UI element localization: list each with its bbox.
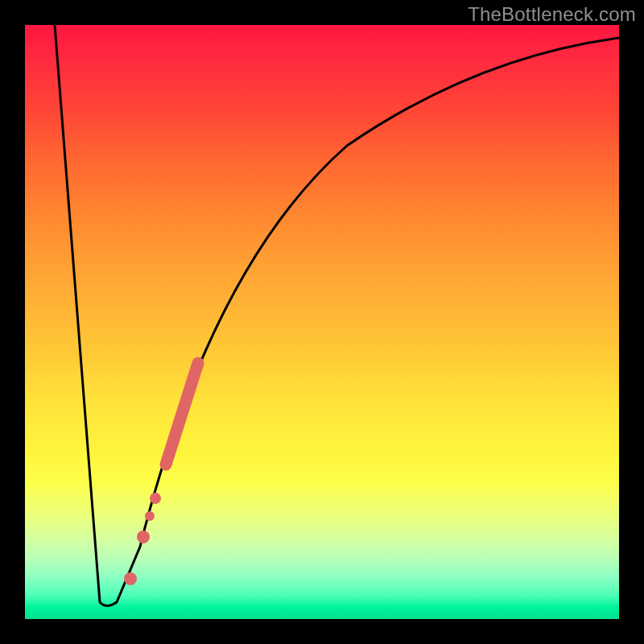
plot-area [25,25,619,619]
chart-frame: TheBottleneck.com [0,0,644,644]
marker-dot [150,493,161,504]
marker-dot [137,530,150,543]
marker-dot [124,572,137,585]
watermark-text: TheBottleneck.com [468,3,636,26]
bottleneck-curve [55,25,619,606]
marker-dot [145,511,155,521]
chart-svg [25,25,619,619]
marker-segment [166,363,198,464]
